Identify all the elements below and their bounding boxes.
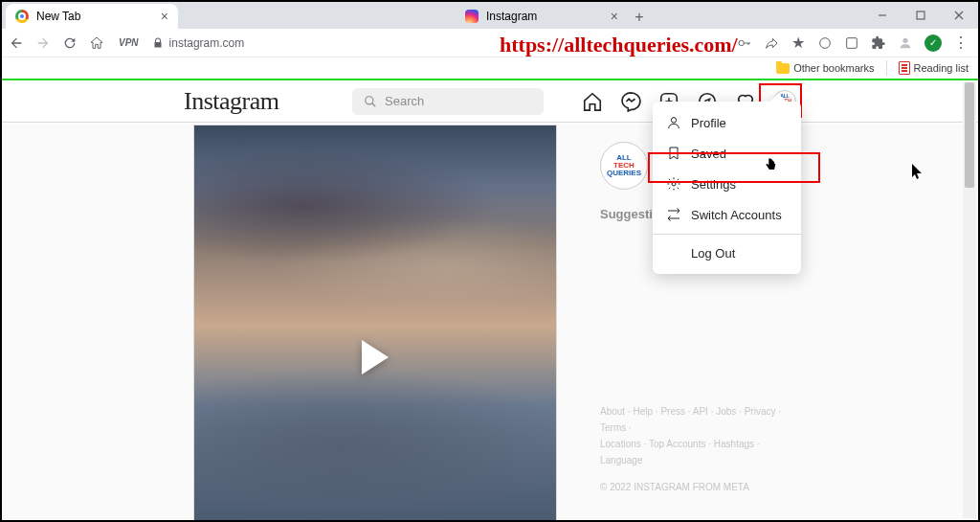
arrow-cursor-icon xyxy=(912,164,924,181)
dropdown-label: Log Out xyxy=(691,246,735,261)
post-image xyxy=(194,125,556,520)
footer-link[interactable]: Language xyxy=(600,455,643,465)
chrome-menu-icon[interactable]: ⋮ xyxy=(953,35,969,51)
dropdown-label: Saved xyxy=(691,147,726,161)
svg-point-10 xyxy=(366,96,373,103)
window-controls xyxy=(863,2,978,29)
footer-link[interactable]: Jobs xyxy=(716,406,744,417)
bookmark-star-icon[interactable]: ★ xyxy=(791,35,806,51)
page-scrollbar[interactable] xyxy=(963,82,976,518)
instagram-content: ALLTECHQUERIES all All Suggestions F Abo… xyxy=(2,125,978,520)
footer-link[interactable]: Help xyxy=(633,406,660,417)
dropdown-item-settings[interactable]: Settings xyxy=(653,169,801,199)
svg-point-17 xyxy=(672,182,676,186)
footer-link[interactable]: About xyxy=(600,406,633,417)
profile-dropdown: Profile Saved Settings Switch Accounts L… xyxy=(653,102,801,274)
site-shield-icon[interactable]: ✓ xyxy=(924,34,942,52)
svg-point-16 xyxy=(671,118,676,123)
messenger-icon[interactable] xyxy=(620,91,641,112)
close-window-button[interactable] xyxy=(940,2,978,29)
other-bookmarks[interactable]: Other bookmarks xyxy=(776,62,874,74)
browser-tab-strip: New Tab × Instagram × + xyxy=(2,2,978,29)
bookmarks-bar: Other bookmarks Reading list xyxy=(2,57,978,80)
svg-rect-8 xyxy=(847,37,858,48)
bookmark-icon xyxy=(666,146,681,161)
svg-rect-1 xyxy=(917,11,924,19)
tab-title: Instagram xyxy=(486,10,537,23)
scrollbar-thumb[interactable] xyxy=(965,82,974,188)
dropdown-label: Settings xyxy=(691,177,736,192)
close-tab-icon[interactable]: × xyxy=(611,10,618,23)
divider xyxy=(886,60,887,76)
key-icon[interactable] xyxy=(737,35,752,51)
footer-link[interactable]: Press xyxy=(660,406,692,417)
svg-point-9 xyxy=(902,37,907,42)
browser-tab-instagram[interactable]: Instagram × xyxy=(456,4,628,29)
minimize-button[interactable] xyxy=(863,2,902,29)
hand-cursor-icon xyxy=(764,157,777,174)
instagram-header: Instagram Search ALLTECHQUERIES xyxy=(2,80,978,123)
vpn-badge[interactable]: VPN xyxy=(115,37,143,48)
dropdown-divider xyxy=(653,234,801,235)
footer-link[interactable]: Terms xyxy=(600,422,632,433)
play-icon[interactable] xyxy=(362,340,389,374)
dropdown-item-logout[interactable]: Log Out xyxy=(653,238,801,268)
switch-icon xyxy=(666,207,681,222)
reload-button[interactable] xyxy=(61,34,78,52)
bookmark-label: Other bookmarks xyxy=(793,62,874,74)
browser-tab-newtab[interactable]: New Tab × xyxy=(6,4,178,29)
profile-icon xyxy=(666,115,681,130)
chrome-icon xyxy=(15,10,29,23)
dropdown-item-profile[interactable]: Profile xyxy=(653,107,801,138)
folder-icon xyxy=(776,63,790,74)
reading-list[interactable]: Reading list xyxy=(899,61,969,75)
watermark-url: https://alltechqueries.com/ xyxy=(500,33,738,57)
dropdown-item-switch[interactable]: Switch Accounts xyxy=(653,199,801,230)
lock-icon xyxy=(152,37,164,49)
profile-chip-icon[interactable] xyxy=(898,35,913,51)
footer-link[interactable]: Locations xyxy=(600,439,649,449)
home-button[interactable] xyxy=(88,34,105,52)
footer-link[interactable]: Privacy xyxy=(745,406,781,417)
close-tab-icon[interactable]: × xyxy=(161,10,168,23)
footer-links: AboutHelpPressAPIJobsPrivacyTerms Locati… xyxy=(600,403,801,468)
svg-point-4 xyxy=(739,40,744,45)
home-icon[interactable] xyxy=(582,91,603,112)
instagram-favicon-icon xyxy=(465,10,479,23)
feed-post-video[interactable] xyxy=(193,125,557,520)
maximize-button[interactable] xyxy=(902,2,940,29)
search-input[interactable]: Search xyxy=(352,88,544,115)
footer-link[interactable]: Top Accounts xyxy=(649,439,714,449)
footer-link[interactable]: API xyxy=(693,406,716,417)
address-bar[interactable]: instagram.com xyxy=(152,36,245,50)
url-text: instagram.com xyxy=(169,36,245,50)
svg-point-7 xyxy=(820,37,831,48)
extension-icon-1[interactable] xyxy=(817,35,833,51)
dropdown-label: Profile xyxy=(691,116,726,130)
new-tab-button[interactable]: + xyxy=(628,6,651,29)
browser-nav-bar: VPN instagram.com ★ ✓ ⋮ xyxy=(2,29,978,57)
share-icon[interactable] xyxy=(764,35,779,51)
extensions-puzzle-icon[interactable] xyxy=(871,35,886,51)
footer-link[interactable]: Hashtags xyxy=(714,439,760,449)
browser-toolbar-right: ★ ✓ ⋮ xyxy=(737,34,972,52)
svg-line-11 xyxy=(372,102,376,106)
footer-copyright: © 2022 INSTAGRAM FROM META xyxy=(600,482,801,492)
dropdown-item-saved[interactable]: Saved xyxy=(653,138,801,169)
sidebar-avatar: ALLTECHQUERIES xyxy=(600,142,648,190)
instagram-logo[interactable]: Instagram xyxy=(184,87,278,116)
search-icon xyxy=(364,95,377,108)
bookmark-label: Reading list xyxy=(914,62,969,74)
search-placeholder: Search xyxy=(385,94,424,108)
gear-icon xyxy=(666,176,681,192)
back-button[interactable] xyxy=(8,34,25,52)
tab-title: New Tab xyxy=(36,10,80,23)
avatar-text: ALLTECHQUERIES xyxy=(607,154,641,177)
dropdown-label: Switch Accounts xyxy=(691,208,782,222)
extension-icon-2[interactable] xyxy=(844,35,859,51)
reading-list-icon xyxy=(899,61,910,75)
forward-button[interactable] xyxy=(34,34,52,52)
